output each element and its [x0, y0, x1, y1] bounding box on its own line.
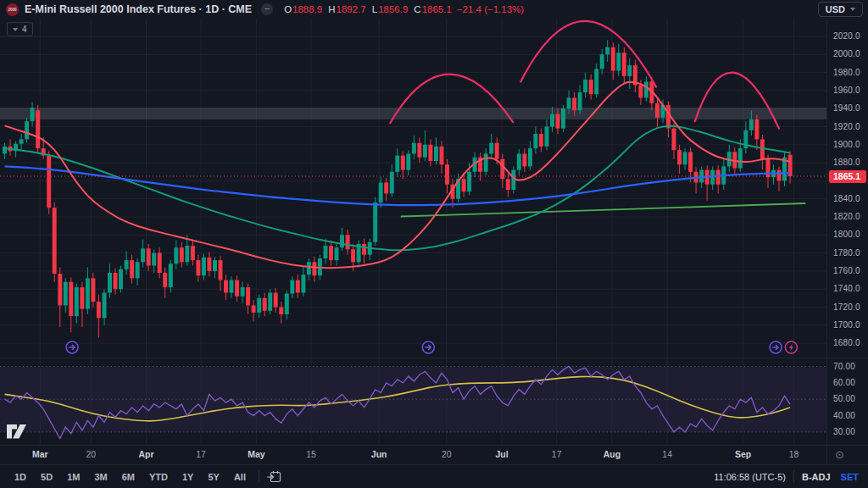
- price-axis-label: 2000.0: [833, 49, 860, 58]
- high-value: 1892.7: [337, 4, 366, 14]
- close-label: C: [414, 4, 420, 14]
- price-axis-label: 1840.0: [833, 194, 860, 203]
- tradingview-chart-window: 2000 E-Mini Russell 2000 Index Futures ·…: [0, 0, 868, 488]
- rsi-axis-label: 30.00: [833, 427, 855, 436]
- go-to-date-icon[interactable]: [267, 470, 281, 483]
- clock-label[interactable]: 11:06:58 (UTC-5): [714, 472, 786, 482]
- price-axis-label: 1800.0: [833, 230, 860, 239]
- ohlc-readout: O 1888.9 H 1892.7 L 1856.9 C 1865.1 −21.…: [278, 4, 524, 14]
- pane-separator[interactable]: [0, 358, 868, 358]
- range-5d-button[interactable]: 5D: [36, 469, 58, 485]
- highlight-zone[interactable]: [0, 108, 826, 119]
- contract-rollover-icon[interactable]: [66, 341, 78, 353]
- time-axis-label: Jun: [371, 449, 387, 459]
- currency-selector[interactable]: USD: [818, 2, 863, 17]
- indicators-count: 4: [22, 25, 27, 34]
- price-axis-label: 1820.0: [833, 212, 860, 221]
- range-1y-button[interactable]: 1Y: [177, 469, 198, 485]
- open-value: 1888.9: [292, 4, 322, 14]
- chevron-down-icon: [850, 8, 855, 11]
- low-value: 1856.9: [378, 4, 408, 14]
- price-axis-label: 1900.0: [833, 140, 860, 149]
- time-axis-label: Jul: [496, 449, 509, 459]
- price-axis-label: 1980.0: [833, 68, 860, 77]
- price-axis-label: 1760.0: [833, 266, 860, 275]
- time-axis-label: 17: [196, 449, 206, 459]
- price-axis-label: 1680.0: [833, 338, 860, 347]
- price-axis-label: 1960.0: [833, 86, 860, 95]
- rsi-axis-label: 70.00: [833, 362, 855, 371]
- rsi-axis-label: 50.00: [833, 394, 855, 403]
- time-axis-separator: [0, 445, 868, 446]
- range-1d-button[interactable]: 1D: [9, 469, 31, 485]
- range-ytd-button[interactable]: YTD: [144, 469, 173, 485]
- time-axis-label: 20: [86, 449, 96, 459]
- event-lightning-icon[interactable]: [785, 341, 797, 353]
- price-axis-label: 1700.0: [833, 320, 860, 330]
- price-axis-label: 1720.0: [833, 302, 860, 312]
- range-all-button[interactable]: All: [229, 469, 251, 485]
- contract-rollover-icon[interactable]: [770, 341, 782, 353]
- time-axis-label: 20: [442, 449, 452, 459]
- close-value: 1865.1: [422, 4, 452, 14]
- chevron-down-icon: [13, 28, 18, 31]
- price-axis-label: 1740.0: [833, 284, 860, 293]
- currency-label: USD: [826, 4, 845, 14]
- time-axis[interactable]: Mar20Apr17May15Jun20Jul17Aug14Sep18: [0, 446, 826, 464]
- rsi-indicator-pane[interactable]: [0, 358, 826, 445]
- change-value: −21.4 (−1.13%): [457, 4, 524, 14]
- indicators-collapsed-badge[interactable]: 4: [7, 22, 33, 36]
- high-label: H: [328, 4, 335, 14]
- price-axis[interactable]: 2020.02000.01980.01960.01940.01920.01900…: [826, 19, 868, 464]
- adjustment-toggle[interactable]: B-ADJ: [802, 472, 831, 482]
- rsi-axis-label: 40.00: [833, 411, 855, 420]
- price-axis-label: 1880.0: [833, 158, 860, 167]
- last-price-axis-label: 1865.1: [829, 170, 866, 183]
- time-axis-label: Sep: [735, 449, 751, 459]
- price-axis-label: 1920.0: [833, 122, 860, 131]
- time-axis-label: 14: [662, 449, 672, 459]
- range-5y-button[interactable]: 5Y: [203, 469, 224, 485]
- symbol-logo: 2000: [6, 3, 19, 16]
- rsi-axis-label: 60.00: [833, 378, 855, 387]
- bottom-toolbar: 1D5D1M3M6MYTD1Y5YAll 11:06:58 (UTC-5) B-…: [0, 464, 868, 488]
- toolbar-divider: [259, 470, 259, 483]
- time-axis-label: 17: [552, 449, 562, 459]
- collapse-legend-icon[interactable]: −: [261, 3, 273, 15]
- time-axis-label: Aug: [604, 449, 620, 459]
- axis-settings-icon[interactable]: ⊙: [835, 448, 844, 461]
- symbol-title[interactable]: E-Mini Russell 2000 Index Futures · 1D ·…: [25, 3, 252, 15]
- toolbar-divider: [793, 470, 794, 483]
- low-label: L: [372, 4, 377, 14]
- main-price-pane[interactable]: [0, 19, 826, 358]
- arc-drawing[interactable]: [695, 73, 779, 129]
- range-6m-button[interactable]: 6M: [117, 469, 140, 485]
- open-label: O: [284, 4, 292, 14]
- session-settings-link[interactable]: SET: [841, 472, 859, 482]
- time-axis-label: 18: [789, 449, 799, 459]
- date-range-row: 1D5D1M3M6MYTD1Y5YAll: [9, 469, 251, 485]
- trendline-drawing[interactable]: [401, 203, 806, 217]
- time-axis-label: 15: [306, 449, 316, 459]
- contract-rollover-icon[interactable]: [422, 341, 434, 353]
- chart-header: 2000 E-Mini Russell 2000 Index Futures ·…: [0, 0, 868, 19]
- range-1m-button[interactable]: 1M: [62, 469, 85, 485]
- price-axis-label: 1780.0: [833, 248, 860, 258]
- price-axis-label: 1940.0: [833, 103, 860, 113]
- price-axis-label: 2020.0: [833, 31, 860, 41]
- candles-series: [3, 40, 793, 337]
- time-axis-label: Apr: [138, 449, 153, 459]
- time-axis-label: Mar: [32, 449, 48, 459]
- time-axis-label: May: [248, 449, 264, 459]
- range-3m-button[interactable]: 3M: [89, 469, 112, 485]
